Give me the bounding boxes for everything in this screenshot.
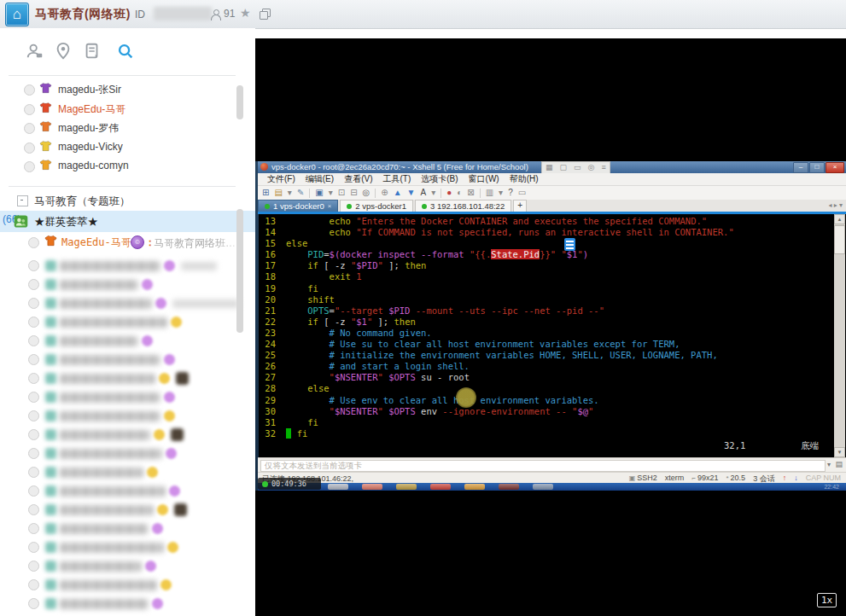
- toolbar-icon[interactable]: ▲: [394, 187, 402, 199]
- session-tab[interactable]: 3 192.168.101.48:22: [415, 200, 511, 212]
- blurred-member-row[interactable]: [0, 276, 236, 293]
- xshell-tabbar: 1 vps-docker0×2 vps-docker13 192.168.101…: [258, 200, 846, 212]
- annotation-icon[interactable]: ▢: [560, 163, 568, 172]
- blurred-member-row[interactable]: [0, 483, 236, 500]
- compose-input[interactable]: 仅将文本发送到当前选项卡: [260, 460, 826, 472]
- contact-row[interactable]: MageEdu-马哥: [0, 101, 236, 119]
- blurred-member-row[interactable]: [0, 464, 236, 481]
- annotation-icon[interactable]: ≡: [601, 163, 605, 172]
- shirt-icon: [39, 120, 52, 133]
- new-tab-button[interactable]: +: [513, 200, 527, 212]
- toolbar-icon[interactable]: ⊡: [338, 187, 345, 199]
- notes-icon[interactable]: [83, 42, 102, 61]
- blurred-member-row[interactable]: [0, 370, 236, 387]
- toolbar-icon[interactable]: ◎: [363, 187, 370, 199]
- menu-item[interactable]: 选项卡(B): [417, 173, 462, 185]
- blurred-member-row[interactable]: [0, 445, 236, 462]
- scrollbar-thumb-lower[interactable]: [236, 209, 243, 333]
- members-icon[interactable]: [211, 9, 221, 20]
- toolbar-icon[interactable]: ▭: [518, 187, 526, 199]
- blurred-member-row[interactable]: [0, 333, 236, 350]
- session-tab[interactable]: 2 vps-docker1: [340, 200, 413, 212]
- annotation-toolbar[interactable]: ▦▢▭◎≡: [541, 161, 610, 174]
- section-header[interactable]: 马哥教育（专题班）: [0, 190, 255, 211]
- annotation-icon[interactable]: ◎: [588, 163, 595, 172]
- location-icon[interactable]: [54, 42, 73, 61]
- tab-close-icon[interactable]: ×: [328, 202, 332, 210]
- menu-item[interactable]: 帮助(H): [505, 173, 543, 185]
- toolbar-icon[interactable]: ⊟: [350, 187, 357, 199]
- blurred-member-row[interactable]: [0, 295, 236, 312]
- toolbar-icon[interactable]: ?: [508, 187, 513, 199]
- scrollbar-thumb-upper[interactable]: [236, 85, 243, 119]
- toolbar-icon[interactable]: ●: [446, 187, 452, 199]
- blurred-member-row[interactable]: [0, 539, 236, 556]
- status-dot: [24, 142, 35, 154]
- menu-item[interactable]: 查看(V): [340, 173, 376, 185]
- annotation-icon[interactable]: ▦: [546, 163, 553, 172]
- toolbar-icon[interactable]: A: [420, 187, 426, 199]
- blurred-member-row[interactable]: [0, 389, 236, 406]
- popout-window-icon[interactable]: [260, 9, 269, 18]
- toolbar-icon[interactable]: ⊕: [381, 187, 388, 199]
- close-button[interactable]: ×: [826, 162, 844, 173]
- playback-speed-badge[interactable]: 1x: [817, 593, 837, 607]
- blurred-member-row[interactable]: [0, 558, 236, 575]
- collapse-box-icon[interactable]: [17, 195, 28, 206]
- blurred-member-row[interactable]: [0, 520, 236, 538]
- menu-item[interactable]: 工具(T): [378, 173, 415, 185]
- blurred-member-row[interactable]: [0, 258, 236, 275]
- toolbar-icon[interactable]: ✎: [297, 187, 304, 199]
- contact-row[interactable]: magedu-Vicky: [0, 139, 236, 158]
- toolbar-icon[interactable]: ▥: [486, 187, 493, 199]
- blurred-member-row[interactable]: [0, 427, 236, 444]
- toolbar-icon[interactable]: ⊞: [262, 187, 269, 199]
- toolbar-icon[interactable]: ▾: [329, 187, 333, 199]
- toolbar-icon[interactable]: ⊠: [467, 187, 474, 199]
- video-player-area[interactable]: vps-docker0 - root@2ec26a20cd70:~ - Xshe…: [255, 38, 846, 616]
- compose-dropdown-icon[interactable]: ▾: [827, 461, 831, 468]
- contact-row[interactable]: magedu-comyn: [0, 158, 236, 177]
- contact-row[interactable]: magedu-张Sir: [0, 81, 236, 100]
- status-dot: [24, 104, 35, 115]
- terminal-line: 15else: [261, 238, 734, 249]
- compose-history-icon[interactable]: ▤: [835, 460, 843, 468]
- terminal-line: 30 "$NSENTER" $OPTS env --ignore-environ…: [261, 406, 734, 417]
- menu-item[interactable]: 编辑(E): [301, 173, 338, 185]
- toolbar-icon[interactable]: ▾: [431, 187, 435, 199]
- header-bar: ⌂ 马哥教育(网络班) ID 91 ★: [0, 0, 846, 29]
- contact-row[interactable]: magedu-罗伟: [0, 119, 236, 138]
- minimize-button[interactable]: –: [793, 162, 808, 173]
- scroll-up-icon[interactable]: ▲: [834, 214, 845, 224]
- terminal-scroll-thumb[interactable]: [834, 225, 845, 254]
- favorite-star-icon[interactable]: ★: [240, 6, 251, 20]
- member-list-icon[interactable]: [26, 42, 44, 61]
- menu-item[interactable]: 窗口(W): [464, 173, 504, 185]
- maximize-button[interactable]: □: [809, 162, 825, 173]
- toolbar-icon[interactable]: ▣: [315, 187, 323, 199]
- menu-item[interactable]: 文件(F): [263, 173, 300, 185]
- toolbar-icon[interactable]: ◐: [457, 187, 462, 199]
- session-tab[interactable]: 1 vps-docker0×: [258, 200, 338, 212]
- toolbar-icon[interactable]: ▾: [288, 187, 292, 199]
- home-icon[interactable]: ⌂: [5, 3, 29, 26]
- tab-scroll-arrows[interactable]: ◂ ▸ ▾: [829, 201, 843, 209]
- contact-name: magedu-罗伟: [58, 121, 119, 136]
- toolbar-icon[interactable]: ▤: [274, 187, 282, 199]
- terminal-scrollbar[interactable]: ▲ ▼: [834, 214, 845, 457]
- blurred-member-row[interactable]: [0, 596, 236, 613]
- blurred-member-row[interactable]: [0, 314, 236, 331]
- terminal[interactable]: 13 echo "Enters the Docker CONTAINER and…: [261, 214, 834, 457]
- toolbar-icon[interactable]: ▾: [499, 187, 503, 199]
- search-icon[interactable]: [116, 42, 135, 61]
- group-row-selected[interactable]: ★群英荟萃★(66): [0, 211, 255, 232]
- blurred-member-row[interactable]: [0, 408, 236, 425]
- blurred-member-row[interactable]: [0, 577, 236, 594]
- terminal-line: 26 # and start a login shell.: [261, 361, 734, 372]
- group-owner-row[interactable]: MageEdu-马哥 ☺ ： 马哥教育网络班…: [0, 233, 255, 253]
- blurred-member-row[interactable]: [0, 502, 236, 519]
- annotation-icon[interactable]: ▭: [574, 163, 581, 172]
- blurred-member-row[interactable]: [0, 352, 236, 369]
- scroll-down-icon[interactable]: ▼: [834, 447, 845, 457]
- toolbar-icon[interactable]: ▼: [407, 187, 416, 199]
